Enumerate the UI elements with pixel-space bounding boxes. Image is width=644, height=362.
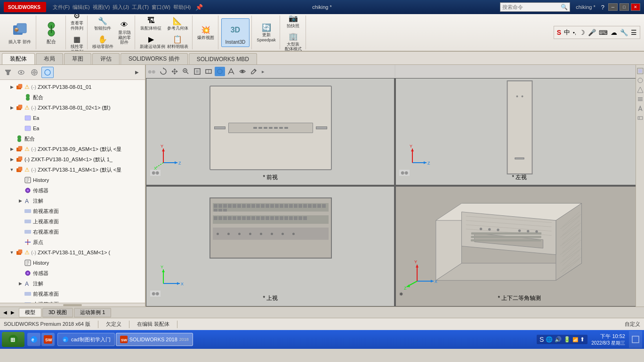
- menu-edit[interactable]: 编辑(E): [72, 4, 90, 11]
- clock[interactable]: 下午 10:52 2022/8/3 星期三: [591, 333, 625, 346]
- instant3d-button[interactable]: 3D Instant3D: [221, 18, 250, 47]
- tray-icon-more[interactable]: ⬆: [580, 336, 585, 343]
- expand-icon[interactable]: ▶: [8, 146, 15, 152]
- start-button[interactable]: ⊞: [2, 332, 24, 347]
- viewport-iso[interactable]: X Y Z * 上下二等角轴测 ✱: [395, 186, 644, 307]
- search-input[interactable]: [502, 4, 559, 10]
- taskbar-sw[interactable]: SW SOLIDWORKS 2018 2018: [116, 333, 193, 346]
- menu-view[interactable]: 视图(V): [93, 4, 110, 11]
- snapshot-button[interactable]: 📷 拍快照: [285, 14, 301, 30]
- ime-keyboard[interactable]: ⌨: [599, 29, 608, 36]
- ref-geometry-button[interactable]: 📐 参考几何体: [165, 15, 190, 32]
- tree-item-sensor-2[interactable]: 传感器: [0, 268, 145, 278]
- tree-item-sensor-1[interactable]: 传感器: [0, 185, 145, 196]
- viewport-top[interactable]: X Y * 上视 ⊕⊕: [146, 186, 395, 307]
- ime-cloud[interactable]: ☁: [611, 29, 617, 36]
- bottom-tab-model[interactable]: 模型: [19, 308, 41, 317]
- menu-help[interactable]: 帮助(H): [173, 4, 191, 11]
- tray-icon-sogou[interactable]: S: [539, 336, 544, 343]
- tree-item-zxkt-08-01-02[interactable]: ▶ ⚠ (-) ZXKT-PV138-08-01_02<1> (默): [0, 102, 145, 113]
- tree-item-zxkt-09[interactable]: ▶ ⚠ (-) ZXKT-PV138-09_ASM<1> (默认 <显: [0, 144, 145, 154]
- bottom-tab-motion[interactable]: 运动算例 1: [74, 308, 111, 317]
- tab-layout[interactable]: 布局: [36, 53, 63, 64]
- help-icon[interactable]: ?: [601, 4, 604, 11]
- status-custom[interactable]: 自定义: [625, 321, 640, 328]
- tree-target-button[interactable]: [28, 67, 40, 78]
- tree-item-ea-2[interactable]: Ea: [0, 123, 145, 134]
- tree-item-history-1[interactable]: History: [0, 175, 145, 185]
- expand-icon[interactable]: ▼: [8, 249, 15, 256]
- tree-item-zxkt-08-01-01[interactable]: ▶ ⚠ (-) ZXKT-PV138-08-01_01: [0, 82, 145, 92]
- tab-solidworks-plugins[interactable]: SOLIDWORKS 插件: [121, 53, 188, 64]
- viewport-left[interactable]: Z Y * 左视 ⊕⊕: [395, 78, 644, 186]
- rs-icon-2[interactable]: [636, 76, 644, 85]
- tab-evaluate[interactable]: 评估: [92, 53, 120, 64]
- close-button[interactable]: ✕: [631, 3, 640, 11]
- ime-fullwidth[interactable]: ☽: [579, 29, 585, 36]
- tray-icon-volume[interactable]: 🔊: [555, 336, 562, 343]
- vp-vieworient-btn[interactable]: [226, 67, 236, 76]
- vp-edit-btn[interactable]: [249, 67, 259, 76]
- tree-filter-button[interactable]: [2, 67, 14, 78]
- ime-mic[interactable]: 🎤: [588, 29, 596, 36]
- rs-icon-1[interactable]: [636, 67, 644, 75]
- ime-menu[interactable]: ☰: [631, 29, 637, 36]
- tree-item-zxkt-11[interactable]: ▼ ⚠ (-) ZXKT-PV138-11_ASM<1> (默认 <显: [0, 165, 145, 175]
- tree-item-ea-1[interactable]: Ea: [0, 113, 145, 123]
- quicklaunch-sw[interactable]: SW: [41, 333, 55, 346]
- vp-hide-btn[interactable]: [237, 67, 248, 76]
- rs-icon-5[interactable]: [636, 104, 644, 113]
- maximize-button[interactable]: □: [620, 3, 629, 11]
- show-hide-button[interactable]: 👁 显示隐藏的零部件: [116, 19, 133, 46]
- ime-chinese-mode[interactable]: 中: [564, 28, 570, 37]
- ime-tool[interactable]: 🔧: [620, 29, 628, 36]
- tree-item-zxkt-10[interactable]: ▶ (-) ZXKT-PV138-10_ASM<1> (默认 1_: [0, 154, 145, 165]
- vp-zoom-btn[interactable]: [181, 67, 191, 76]
- new-motion-button[interactable]: ▶ 新建运动算例: [138, 33, 164, 50]
- rs-icon-3[interactable]: [636, 86, 644, 94]
- vp-pan-btn[interactable]: [169, 67, 180, 76]
- viewport-divider-horizontal[interactable]: [146, 185, 644, 187]
- tree-collapse-button[interactable]: ▶: [131, 67, 143, 78]
- bottom-tab-3dview[interactable]: 3D 视图: [42, 308, 73, 317]
- vp-rotate-btn[interactable]: [158, 67, 169, 76]
- bom-button[interactable]: 📋 材料明细表: [165, 33, 190, 50]
- tree-item-mate-2[interactable]: 配合: [0, 134, 145, 144]
- tree-item-origin-1[interactable]: 原点: [0, 237, 145, 247]
- tree-item-note-1[interactable]: ▶ A 注解: [0, 196, 145, 206]
- rs-icon-4[interactable]: [636, 95, 644, 103]
- menu-window[interactable]: 窗口(W): [152, 4, 170, 11]
- viewport-front[interactable]: Z Y X * 前视 ⊕⊕: [146, 78, 395, 186]
- bottom-nav-right[interactable]: ▶: [9, 309, 16, 316]
- expand-icon[interactable]: ▼: [8, 166, 15, 173]
- tab-solidworks-mbd[interactable]: SOLIDWORKS MBD: [189, 53, 257, 64]
- taskbar-cad[interactable]: e cad制图初学入门: [57, 333, 115, 346]
- show-desktop-button[interactable]: [629, 331, 642, 348]
- tree-item-plane-right-1[interactable]: 右视基准面: [0, 227, 145, 237]
- insert-component-button[interactable]: 📦 插入零 部件: [6, 19, 34, 47]
- search-icon[interactable]: 🔍: [561, 4, 568, 10]
- large-assembly-button[interactable]: 🏢 大型装配体模式: [283, 31, 304, 52]
- linear-array-button[interactable]: ▦ 线性零件阵列: [69, 33, 85, 52]
- explode-view-button[interactable]: 💥 爆炸视图: [195, 24, 216, 41]
- expand-icon[interactable]: ▶: [8, 156, 15, 163]
- tree-eye-button[interactable]: [15, 67, 27, 78]
- bottom-nav-left[interactable]: ◀: [2, 309, 8, 316]
- expand-icon[interactable]: ▶: [17, 197, 24, 204]
- tab-sketch[interactable]: 草图: [64, 53, 91, 64]
- tree-item-plane-top-1[interactable]: 上视基准面: [0, 216, 145, 227]
- vp-section-btn[interactable]: [203, 67, 214, 76]
- minimize-button[interactable]: ─: [608, 3, 618, 11]
- smart-fastener-button[interactable]: 🔧 智能扣件: [92, 15, 113, 32]
- tree-item-note-2[interactable]: ▶ A 注解: [0, 278, 145, 289]
- tree-item-history-2[interactable]: History: [0, 258, 145, 268]
- menu-tools[interactable]: 工具(T): [132, 4, 149, 11]
- tree-item-plane-front-1[interactable]: 前视基准面: [0, 206, 145, 216]
- tray-icon-battery[interactable]: 🔋: [564, 336, 571, 343]
- vp-zoomfit-btn[interactable]: [192, 67, 202, 76]
- tab-assembly[interactable]: 装配体: [2, 53, 35, 64]
- tray-icon-signal[interactable]: 📶: [572, 337, 578, 342]
- move-component-button[interactable]: ✋ 移动零部件: [90, 33, 115, 50]
- expand-icon[interactable]: ▶: [8, 104, 15, 111]
- update-speedpak-button[interactable]: 🔄 更新Speedpak: [255, 21, 278, 44]
